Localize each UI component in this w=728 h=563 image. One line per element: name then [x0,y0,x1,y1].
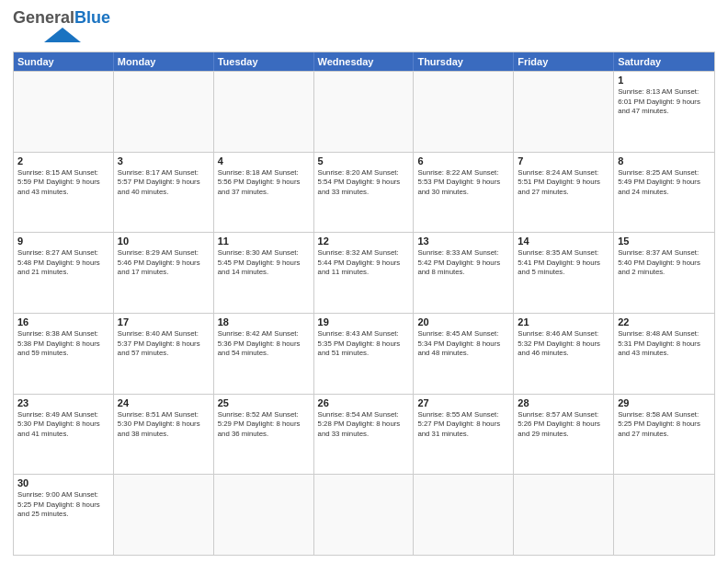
empty-cell [114,475,214,555]
day-number: 5 [318,155,410,167]
day-info: Sunrise: 8:13 AM Sunset: 6:01 PM Dayligh… [618,87,711,117]
day-number: 14 [518,236,609,247]
day-info: Sunrise: 8:17 AM Sunset: 5:57 PM Dayligh… [118,168,210,198]
day-info: Sunrise: 8:51 AM Sunset: 5:30 PM Dayligh… [118,410,210,440]
calendar-row-1: 1Sunrise: 8:13 AM Sunset: 6:01 PM Daylig… [14,71,714,152]
day-number: 2 [17,155,109,167]
day-number: 11 [218,236,310,247]
weekday-header-sunday: Sunday [14,52,114,71]
day-number: 20 [417,316,509,327]
day-number: 17 [118,316,210,327]
day-info: Sunrise: 8:48 AM Sunset: 5:31 PM Dayligh… [618,329,711,359]
day-info: Sunrise: 8:22 AM Sunset: 5:53 PM Dayligh… [417,168,509,198]
day-number: 13 [417,236,509,247]
day-cell-23: 23Sunrise: 8:49 AM Sunset: 5:30 PM Dayli… [14,395,114,475]
day-info: Sunrise: 8:42 AM Sunset: 5:36 PM Dayligh… [218,329,310,359]
logo-blue-text: Blue [74,9,110,26]
empty-cell [14,72,114,152]
day-cell-19: 19Sunrise: 8:43 AM Sunset: 5:35 PM Dayli… [314,314,415,394]
calendar-row-5: 23Sunrise: 8:49 AM Sunset: 5:30 PM Dayli… [14,394,714,475]
empty-cell [614,475,714,555]
weekday-header-tuesday: Tuesday [214,52,314,71]
day-number: 24 [118,397,210,408]
day-info: Sunrise: 8:38 AM Sunset: 5:38 PM Dayligh… [17,329,109,359]
day-info: Sunrise: 8:32 AM Sunset: 5:44 PM Dayligh… [318,248,410,278]
day-number: 21 [518,316,609,327]
day-cell-28: 28Sunrise: 8:57 AM Sunset: 5:26 PM Dayli… [514,395,614,475]
day-number: 10 [118,236,210,247]
weekday-header-monday: Monday [114,52,214,71]
day-number: 29 [618,397,711,408]
day-info: Sunrise: 8:37 AM Sunset: 5:40 PM Dayligh… [618,248,711,278]
day-number: 28 [518,397,609,408]
svg-marker-0 [44,28,81,42]
calendar-row-4: 16Sunrise: 8:38 AM Sunset: 5:38 PM Dayli… [14,313,714,394]
day-cell-10: 10Sunrise: 8:29 AM Sunset: 5:46 PM Dayli… [114,233,214,313]
empty-cell [214,475,314,555]
day-cell-9: 9Sunrise: 8:27 AM Sunset: 5:48 PM Daylig… [14,233,114,313]
day-info: Sunrise: 8:57 AM Sunset: 5:26 PM Dayligh… [518,410,609,440]
day-info: Sunrise: 8:54 AM Sunset: 5:28 PM Dayligh… [318,410,410,440]
day-cell-1: 1Sunrise: 8:13 AM Sunset: 6:01 PM Daylig… [614,72,714,152]
day-number: 4 [218,155,310,167]
day-number: 3 [118,155,210,167]
day-cell-6: 6Sunrise: 8:22 AM Sunset: 5:53 PM Daylig… [414,153,514,233]
day-cell-5: 5Sunrise: 8:20 AM Sunset: 5:54 PM Daylig… [314,153,415,233]
day-cell-7: 7Sunrise: 8:24 AM Sunset: 5:51 PM Daylig… [514,153,614,233]
day-number: 6 [417,155,509,167]
day-info: Sunrise: 8:46 AM Sunset: 5:32 PM Dayligh… [518,329,609,359]
empty-cell [314,475,415,555]
day-info: Sunrise: 8:35 AM Sunset: 5:41 PM Dayligh… [518,248,609,278]
day-info: Sunrise: 8:52 AM Sunset: 5:29 PM Dayligh… [218,410,310,440]
calendar-body: 1Sunrise: 8:13 AM Sunset: 6:01 PM Daylig… [14,71,714,555]
day-info: Sunrise: 8:43 AM Sunset: 5:35 PM Dayligh… [318,329,410,359]
day-cell-21: 21Sunrise: 8:46 AM Sunset: 5:32 PM Dayli… [514,314,614,394]
day-cell-18: 18Sunrise: 8:42 AM Sunset: 5:36 PM Dayli… [214,314,314,394]
calendar-row-2: 2Sunrise: 8:15 AM Sunset: 5:59 PM Daylig… [14,152,714,233]
day-cell-14: 14Sunrise: 8:35 AM Sunset: 5:41 PM Dayli… [514,233,614,313]
day-number: 22 [618,316,711,327]
day-number: 19 [318,316,410,327]
day-info: Sunrise: 9:00 AM Sunset: 5:25 PM Dayligh… [17,490,109,520]
day-cell-8: 8Sunrise: 8:25 AM Sunset: 5:49 PM Daylig… [614,153,714,233]
weekday-header-saturday: Saturday [614,52,714,71]
day-cell-12: 12Sunrise: 8:32 AM Sunset: 5:44 PM Dayli… [314,233,415,313]
empty-cell [314,72,415,152]
day-number: 27 [417,397,509,408]
calendar-row-3: 9Sunrise: 8:27 AM Sunset: 5:48 PM Daylig… [14,232,714,313]
day-cell-4: 4Sunrise: 8:18 AM Sunset: 5:56 PM Daylig… [214,153,314,233]
day-cell-11: 11Sunrise: 8:30 AM Sunset: 5:45 PM Dayli… [214,233,314,313]
day-number: 25 [218,397,310,408]
day-info: Sunrise: 8:49 AM Sunset: 5:30 PM Dayligh… [17,410,109,440]
day-cell-3: 3Sunrise: 8:17 AM Sunset: 5:57 PM Daylig… [114,153,214,233]
calendar-row-6: 30Sunrise: 9:00 AM Sunset: 5:25 PM Dayli… [14,474,714,555]
day-info: Sunrise: 8:24 AM Sunset: 5:51 PM Dayligh… [518,168,609,198]
day-number: 26 [318,397,410,408]
empty-cell [214,72,314,152]
day-number: 30 [17,477,109,488]
weekday-header-thursday: Thursday [414,52,514,71]
day-number: 18 [218,316,310,327]
day-cell-17: 17Sunrise: 8:40 AM Sunset: 5:37 PM Dayli… [114,314,214,394]
day-cell-26: 26Sunrise: 8:54 AM Sunset: 5:28 PM Dayli… [314,395,415,475]
day-info: Sunrise: 8:55 AM Sunset: 5:27 PM Dayligh… [417,410,509,440]
empty-cell [514,72,614,152]
day-number: 1 [618,75,711,86]
day-cell-16: 16Sunrise: 8:38 AM Sunset: 5:38 PM Dayli… [14,314,114,394]
empty-cell [414,72,514,152]
day-info: Sunrise: 8:45 AM Sunset: 5:34 PM Dayligh… [417,329,509,359]
day-number: 7 [518,155,609,167]
day-info: Sunrise: 8:27 AM Sunset: 5:48 PM Dayligh… [17,248,109,278]
day-info: Sunrise: 8:58 AM Sunset: 5:25 PM Dayligh… [618,410,711,440]
day-cell-15: 15Sunrise: 8:37 AM Sunset: 5:40 PM Dayli… [614,233,714,313]
logo-icon [15,26,88,42]
empty-cell [114,72,214,152]
weekday-header-wednesday: Wednesday [314,52,415,71]
day-number: 15 [618,236,711,247]
day-info: Sunrise: 8:20 AM Sunset: 5:54 PM Dayligh… [318,168,410,198]
day-cell-25: 25Sunrise: 8:52 AM Sunset: 5:29 PM Dayli… [214,395,314,475]
day-number: 16 [17,316,109,327]
day-cell-29: 29Sunrise: 8:58 AM Sunset: 5:25 PM Dayli… [614,395,714,475]
day-info: Sunrise: 8:33 AM Sunset: 5:42 PM Dayligh… [417,248,509,278]
day-cell-27: 27Sunrise: 8:55 AM Sunset: 5:27 PM Dayli… [414,395,514,475]
